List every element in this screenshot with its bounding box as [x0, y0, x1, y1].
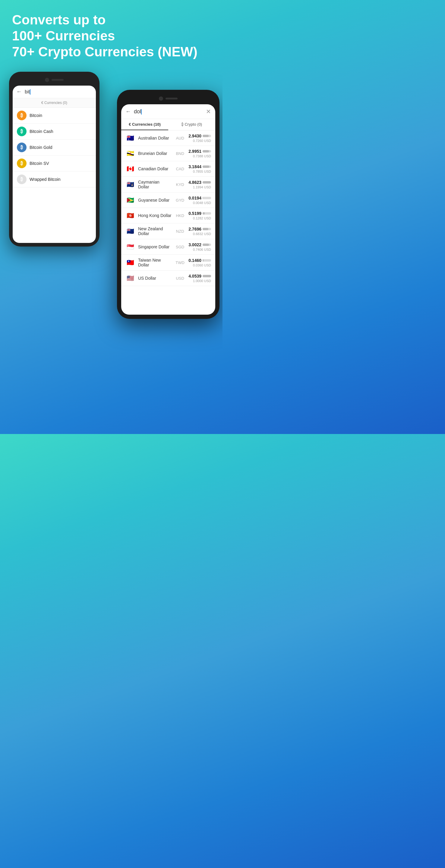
currency-item[interactable]: 🇰🇾 Caymanian Dollar KYD 4.8623 1.1994 US…: [121, 177, 215, 193]
rate-usd: 0.1282 USD: [193, 216, 211, 220]
currency-item[interactable]: 🇭🇰 Hong Kong Dollar HKD 0.5199 0.1282 US…: [121, 208, 215, 223]
currency-flag: 🇦🇺: [125, 135, 135, 141]
crypto-item[interactable]: ₿ Bitcoin Cash: [13, 124, 96, 140]
currency-item[interactable]: 🇸🇬 Singapore Dollar SGD 3.0022 0.7406 US…: [121, 239, 215, 255]
rate-bar: [203, 212, 211, 215]
currency-flag: 🇭🇰: [125, 212, 135, 219]
currency-rate-block: 2.9951 0.7388 USD: [188, 149, 211, 158]
currency-name: US Dollar: [138, 276, 172, 281]
currency-flag: 🇰🇾: [125, 181, 135, 188]
headline-text: Converts up to 100+ Currencies 70+ Crypt…: [12, 12, 210, 60]
rate-usd: 0.7406 USD: [193, 248, 211, 251]
rate-bar-fill: [203, 197, 203, 199]
crypto-item[interactable]: ₿ Wrapped Bitcoin: [13, 172, 96, 187]
crypto-name: Wrapped Bitcoin: [30, 177, 60, 182]
currency-flag: 🇳🇿: [125, 228, 135, 235]
phone-right-notch: [121, 94, 215, 103]
currency-rate-block: 3.0022 0.7406 USD: [188, 242, 211, 251]
currency-flag: 🇨🇦: [125, 165, 135, 172]
phones-container: ← bit € Currencies (0) ₿ Bitcoin ₿ Bitco…: [0, 66, 222, 367]
rate-top: 2.9951: [188, 149, 211, 154]
crypto-icon: ₿: [17, 158, 27, 168]
rate-usd: 1.1994 USD: [193, 185, 211, 189]
currency-name: Taiwan New Dollar: [138, 258, 172, 267]
crypto-item[interactable]: ₿ Bitcoin: [13, 107, 96, 124]
rate-usd: 1.0000 USD: [193, 279, 211, 283]
back-arrow-left[interactable]: ←: [16, 89, 22, 95]
rate-bar: [203, 150, 211, 153]
rate-value: 4.8623: [188, 180, 201, 185]
rate-bar-fill: [203, 181, 211, 184]
rate-value: 2.7696: [188, 227, 201, 231]
currency-flag: 🇺🇸: [125, 275, 135, 281]
currency-code: SGD: [175, 245, 185, 249]
crypto-item[interactable]: ₿ Bitcoin Gold: [13, 140, 96, 156]
rate-bar: [203, 135, 211, 137]
tab-1[interactable]: ₿ Crypto (0): [168, 119, 215, 130]
rate-value: 2.9430: [188, 133, 201, 138]
crypto-name: Bitcoin: [30, 113, 42, 118]
crypto-item[interactable]: ₿ Bitcoin SV: [13, 156, 96, 172]
crypto-icon: ₿: [17, 143, 27, 152]
currency-item[interactable]: 🇳🇿 New Zealand Dollar NZD 2.7696 0.6832 …: [121, 223, 215, 239]
speaker-right: [166, 98, 178, 99]
currency-flag: 🇬🇾: [125, 197, 135, 204]
currency-code: CAD: [175, 167, 185, 171]
rate-usd: 0.7260 USD: [193, 139, 211, 143]
back-arrow-right[interactable]: ←: [125, 108, 131, 115]
rate-value: 2.9951: [188, 149, 201, 154]
rate-top: 3.1844: [188, 164, 211, 169]
rate-bar: [203, 197, 211, 199]
rate-bar: [203, 275, 211, 277]
currency-code: KYD: [175, 182, 185, 187]
right-currency-list: 🇦🇺 Australian Dollar AUD 2.9430 0.7260 U…: [121, 130, 215, 315]
currency-flag: 🇹🇼: [125, 259, 135, 266]
currency-flag: 🇧🇳: [125, 150, 135, 157]
currency-rate-block: 2.7696 0.6832 USD: [188, 227, 211, 236]
rate-value: 0.0194: [188, 195, 201, 200]
phone-right: ← dol ✕ € Currencies (10)₿ Crypto (0) 🇦🇺…: [117, 90, 219, 319]
phone-right-screen: ← dol ✕ € Currencies (10)₿ Crypto (0) 🇦🇺…: [121, 104, 215, 315]
right-tab-bar: € Currencies (10)₿ Crypto (0): [121, 119, 215, 130]
currency-code: AUD: [175, 136, 185, 141]
rate-usd: 0.7855 USD: [193, 170, 211, 173]
currency-code: BND: [175, 151, 185, 156]
rate-bar: [203, 244, 211, 246]
currency-rate-block: 2.9430 0.7260 USD: [188, 133, 211, 143]
currency-item[interactable]: 🇺🇸 US Dollar USD 4.0539 1.0000 USD: [121, 271, 215, 286]
cursor-left: [30, 89, 30, 95]
phone-left: ← bit € Currencies (0) ₿ Bitcoin ₿ Bitco…: [9, 72, 99, 247]
rate-bar: [203, 228, 211, 230]
rate-value: 4.0539: [188, 274, 201, 278]
rate-bar: [203, 181, 211, 184]
currency-rate-block: 0.5199 0.1282 USD: [188, 211, 211, 220]
currency-item[interactable]: 🇦🇺 Australian Dollar AUD 2.9430 0.7260 U…: [121, 130, 215, 146]
currency-item[interactable]: 🇬🇾 Guyanese Dollar GYD 0.0194 0.0048 USD: [121, 193, 215, 208]
currency-item[interactable]: 🇹🇼 Taiwan New Dollar TWD 0.1460 0.0360 U…: [121, 255, 215, 271]
currency-name: Singapore Dollar: [138, 244, 172, 249]
close-button-right[interactable]: ✕: [206, 108, 211, 115]
right-search-input[interactable]: dol: [134, 108, 203, 115]
left-search-input[interactable]: bit: [25, 89, 92, 95]
headline-section: Converts up to 100+ Currencies 70+ Crypt…: [0, 0, 222, 66]
currency-name: Australian Dollar: [138, 135, 172, 141]
crypto-name: Bitcoin SV: [30, 161, 49, 166]
tab-0[interactable]: € Currencies (10): [121, 119, 168, 130]
rate-bar-fill: [203, 228, 208, 230]
currency-code: HKD: [175, 213, 185, 218]
currency-code: NZD: [175, 229, 185, 234]
currency-item[interactable]: 🇧🇳 Bruneian Dollar BND 2.9951 0.7388 USD: [121, 146, 215, 161]
left-crypto-list: ₿ Bitcoin ₿ Bitcoin Cash ₿ Bitcoin Gold …: [13, 107, 96, 187]
currency-name: Bruneian Dollar: [138, 151, 172, 156]
currency-item[interactable]: 🇨🇦 Canadian Dollar CAD 3.1844 0.7855 USD: [121, 161, 215, 177]
left-search-bar: ← bit: [13, 86, 96, 98]
currency-rate-block: 3.1844 0.7855 USD: [188, 164, 211, 173]
rate-value: 0.5199: [188, 211, 201, 216]
rate-bar-fill: [203, 135, 209, 137]
rate-bar-fill: [203, 165, 209, 168]
currency-name: Guyanese Dollar: [138, 198, 172, 203]
rate-bar-fill: [203, 244, 209, 246]
rate-bar-fill: [203, 275, 211, 277]
rate-bar-fill: [203, 212, 205, 215]
rate-bar: [203, 259, 211, 261]
